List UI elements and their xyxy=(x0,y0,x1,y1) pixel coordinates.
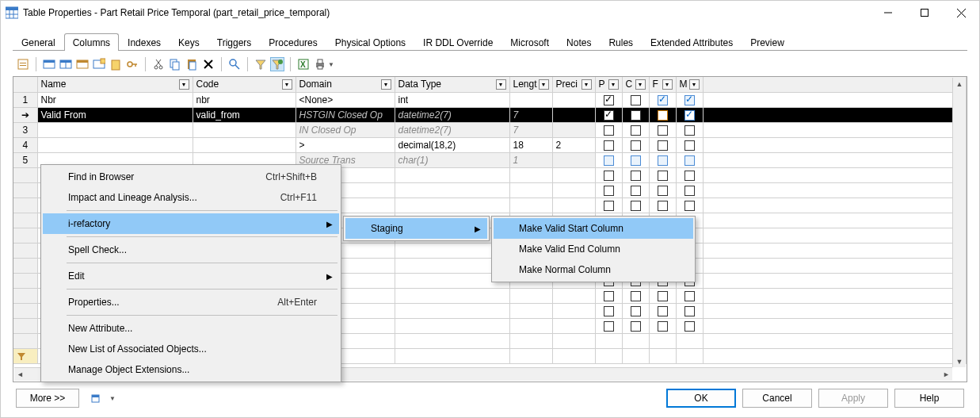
cell-domain[interactable]: IN Closed Op xyxy=(296,122,395,137)
tab-ir-ddl-override[interactable]: IR DDL Override xyxy=(414,33,501,51)
more-button[interactable]: More >> xyxy=(16,389,79,408)
maximize-button[interactable] xyxy=(906,1,943,25)
tab-rules[interactable]: Rules xyxy=(600,33,642,51)
checkbox[interactable] xyxy=(631,140,641,151)
checkbox[interactable] xyxy=(684,125,695,136)
column-header[interactable]: Code▼ xyxy=(193,77,296,92)
row-header[interactable]: 1 xyxy=(13,92,37,107)
cell-domain[interactable]: <None> xyxy=(296,92,395,107)
header-dropdown-icon[interactable]: ▼ xyxy=(496,79,506,90)
cut-icon[interactable] xyxy=(151,57,166,71)
cell-m[interactable] xyxy=(676,137,703,152)
header-dropdown-icon[interactable]: ▼ xyxy=(635,79,646,90)
menu-item-staging[interactable]: Staging ▶ xyxy=(345,218,487,239)
header-dropdown-icon[interactable]: ▼ xyxy=(582,79,592,90)
cell-p[interactable] xyxy=(595,137,622,152)
cell-datatype[interactable]: datetime2(7) xyxy=(395,107,509,122)
footer-icon[interactable] xyxy=(90,392,103,405)
header-dropdown-icon[interactable]: ▼ xyxy=(282,79,292,90)
checkbox[interactable] xyxy=(604,125,614,136)
cell-datatype[interactable]: char(1) xyxy=(395,152,509,167)
header-dropdown-icon[interactable]: ▼ xyxy=(381,79,391,90)
cell-code[interactable]: nbr xyxy=(193,92,296,107)
cell-prec[interactable] xyxy=(552,122,595,137)
column-header[interactable]: C▼ xyxy=(622,77,649,92)
checkbox[interactable] xyxy=(658,140,668,151)
cell-c[interactable] xyxy=(622,137,649,152)
checkbox[interactable] xyxy=(658,306,668,316)
menu-item[interactable]: Properties...Alt+Enter xyxy=(43,292,339,313)
cell-p[interactable] xyxy=(595,122,622,137)
checkbox[interactable] xyxy=(684,306,695,316)
checkbox[interactable] xyxy=(604,186,614,196)
checkbox[interactable] xyxy=(631,186,641,196)
cell-length[interactable]: 7 xyxy=(509,122,552,137)
grid5-icon[interactable] xyxy=(109,57,123,71)
cell-f[interactable] xyxy=(649,107,676,122)
minimize-button[interactable] xyxy=(870,1,906,25)
header-dropdown-icon[interactable]: ▼ xyxy=(689,79,700,90)
cell-code[interactable] xyxy=(193,122,296,137)
checkbox[interactable] xyxy=(658,201,668,211)
cell-name[interactable] xyxy=(37,137,193,152)
cell-m[interactable] xyxy=(676,122,703,137)
checkbox[interactable] xyxy=(631,291,641,301)
checkbox[interactable] xyxy=(684,95,695,105)
paste-icon[interactable] xyxy=(185,57,199,71)
column-header[interactable]: Data Type▼ xyxy=(395,77,509,92)
cell-datatype[interactable]: int xyxy=(395,92,509,107)
table-row[interactable]: 1Nbrnbr<None>int xyxy=(13,92,967,107)
checkbox[interactable] xyxy=(684,110,695,121)
scroll-up-icon[interactable]: ▲ xyxy=(954,78,966,90)
apply-button[interactable]: Apply xyxy=(818,389,888,408)
cancel-button[interactable]: Cancel xyxy=(742,389,812,408)
tab-procedures[interactable]: Procedures xyxy=(260,33,326,51)
checkbox[interactable] xyxy=(684,321,695,332)
print-icon[interactable] xyxy=(313,57,327,71)
checkbox[interactable] xyxy=(604,155,614,166)
checkbox[interactable] xyxy=(631,201,641,211)
properties-icon[interactable] xyxy=(16,57,30,71)
dropdown-arrow-icon[interactable]: ▼ xyxy=(109,395,116,402)
cell-p[interactable] xyxy=(595,152,622,167)
cell-m[interactable] xyxy=(676,107,703,122)
checkbox[interactable] xyxy=(684,155,695,166)
find-icon[interactable] xyxy=(227,57,242,71)
cell-p[interactable] xyxy=(595,92,622,107)
menu-item[interactable]: Edit▶ xyxy=(43,266,339,286)
column-header[interactable]: Domain▼ xyxy=(296,77,395,92)
checkbox[interactable] xyxy=(604,306,614,316)
grid2-icon[interactable] xyxy=(59,57,73,71)
ok-button[interactable]: OK xyxy=(666,389,736,408)
cell-f[interactable] xyxy=(649,137,676,152)
checkbox[interactable] xyxy=(658,321,668,332)
tab-preview[interactable]: Preview xyxy=(742,33,793,51)
checkbox[interactable] xyxy=(658,291,668,301)
table-row[interactable]: 3IN Closed Opdatetime2(7)7 xyxy=(13,122,967,137)
checkbox[interactable] xyxy=(684,140,695,151)
menu-item[interactable]: Make Valid Start Column xyxy=(494,218,693,239)
menu-item[interactable]: New Attribute... xyxy=(43,318,339,339)
row-header[interactable]: ➔ xyxy=(13,107,37,122)
menu-item[interactable]: i-refactory▶ xyxy=(43,213,339,234)
column-header[interactable]: F▼ xyxy=(649,77,676,92)
checkbox[interactable] xyxy=(684,186,695,196)
tab-triggers[interactable]: Triggers xyxy=(208,33,261,51)
cell-datatype[interactable]: datetime2(7) xyxy=(395,122,509,137)
cell-code[interactable]: valid_from xyxy=(193,107,296,122)
cell-prec[interactable]: 2 xyxy=(552,137,595,152)
column-header[interactable]: Lengt▼ xyxy=(509,77,552,92)
excel-icon[interactable]: X xyxy=(296,57,311,71)
checkbox[interactable] xyxy=(631,110,641,121)
menu-item[interactable]: Make Valid End Column xyxy=(494,239,693,259)
filter-active-icon[interactable] xyxy=(270,57,284,71)
cell-f[interactable] xyxy=(649,152,676,167)
scroll-left-icon[interactable]: ◄ xyxy=(14,369,26,381)
grid1-icon[interactable] xyxy=(42,57,56,71)
cell-c[interactable] xyxy=(622,92,649,107)
cell-prec[interactable] xyxy=(552,92,595,107)
checkbox[interactable] xyxy=(604,171,614,181)
menu-item[interactable]: Spell Check... xyxy=(43,240,339,260)
checkbox[interactable] xyxy=(631,306,641,316)
cell-prec[interactable] xyxy=(552,107,595,122)
